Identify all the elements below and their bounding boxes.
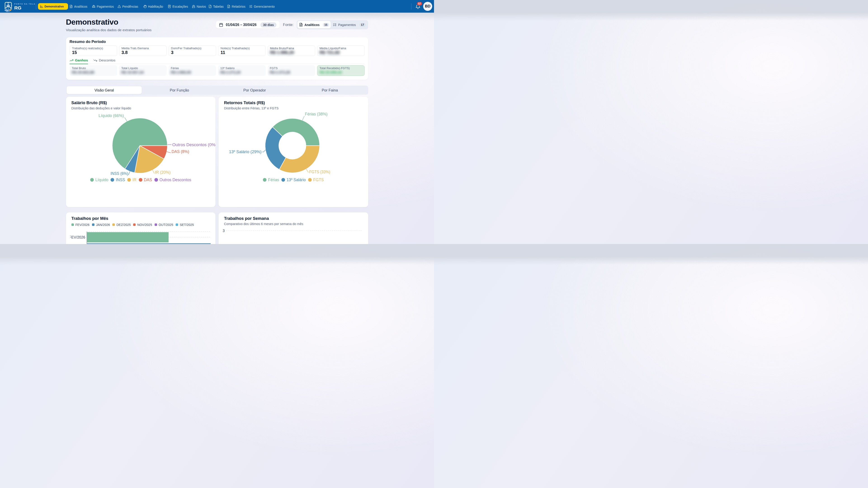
svg-text:DAS (8%): DAS (8%) bbox=[172, 149, 189, 154]
svg-text:Líquido (66%): Líquido (66%) bbox=[98, 113, 124, 118]
svg-text:FEV/2026: FEV/2026 bbox=[69, 235, 85, 239]
svg-text:INSS (6%): INSS (6%) bbox=[111, 171, 128, 175]
svg-text:FGTS (33%): FGTS (33%) bbox=[309, 169, 330, 174]
svg-text:13º Salário (29%): 13º Salário (29%) bbox=[229, 149, 261, 154]
svg-text:IR (20%): IR (20%) bbox=[155, 170, 170, 175]
svg-text:Férias (38%): Férias (38%) bbox=[305, 111, 328, 116]
svg-text:Outros Descontos (0%): Outros Descontos (0%) bbox=[172, 142, 216, 147]
svg-text:3: 3 bbox=[223, 229, 225, 233]
